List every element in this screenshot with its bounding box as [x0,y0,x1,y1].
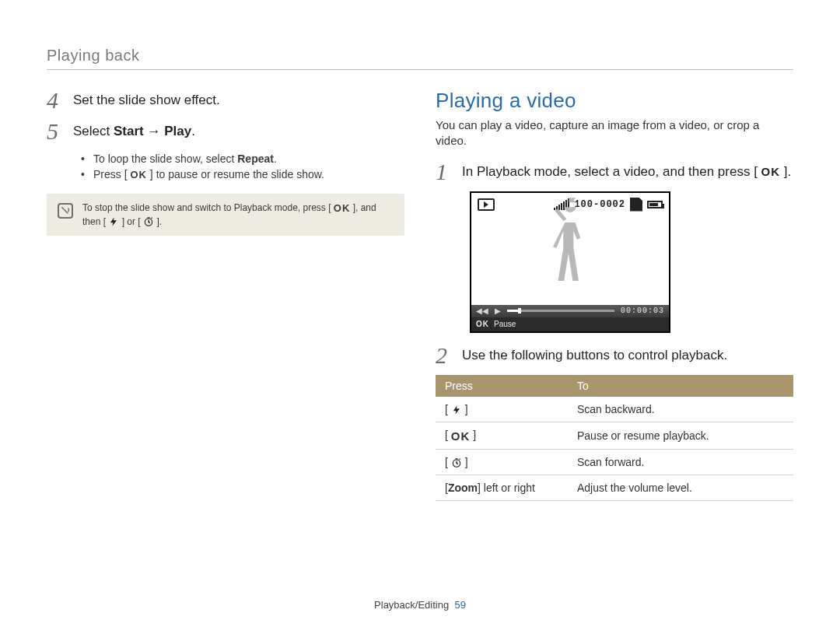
video-bottom-bar: OK Pause [471,317,669,331]
note-icon [58,203,73,219]
flash-icon [451,403,462,415]
controls-table: Press To [ ] Scan backward. [ OK ] Pause… [436,375,793,501]
bullet-loop: To loop the slide show, select Repeat. [81,151,404,166]
cell-to: Scan backward. [568,397,793,422]
step-5-bullets: To loop the slide show, select Repeat. P… [81,151,404,183]
bullet-pause: Press [ OK ] to pause or resume the slid… [81,166,404,183]
video-progress-bar: ◀◀ ▶ 00:00:03 [471,305,669,317]
note-or: ] or [ [119,216,143,227]
bullet-suffix: ] to pause or resume the slide show. [147,168,324,180]
table-row: [ ] Scan forward. [436,449,793,475]
ok-icon: OK [761,164,781,180]
table-row: [ OK ] Pause or resume playback. [436,422,793,449]
note-box: To stop the slide show and switch to Pla… [47,194,404,236]
ok-icon: OK [451,429,471,443]
step-text: Select Start → Play. [73,120,195,143]
step-text: Set the slide show effect. [73,89,220,112]
page-footer: Playback/Editing 59 [0,599,840,611]
cell-press: [ ] [436,449,568,475]
col-to: To [568,375,793,397]
note-text: To stop the slide show and switch to Pla… [82,201,394,228]
right-column: Playing a video You can play a video, ca… [436,89,793,501]
step-number: 1 [436,160,453,184]
cell-press-suffix: ] left or right [478,482,535,494]
bullet-prefix: To loop the slide show, select [93,152,237,165]
text-bold: Start → Play [114,124,191,138]
step-1: 1 In Playback mode, select a video, and … [436,160,793,184]
cell-press: [Zoom] left or right [436,475,568,500]
note-prefix: To stop the slide show and switch to Pla… [82,202,334,213]
left-column: 4 Set the slide show effect. 5 Select St… [47,89,404,501]
table-header-row: Press To [436,375,793,397]
bullet-suffix: . [274,152,277,165]
section-intro: You can play a video, capture an image f… [436,117,793,149]
step-prefix: In Playback mode, select a video, and th… [462,164,761,179]
elapsed-time: 00:00:03 [621,306,664,315]
step-2: 2 Use the following buttons to control p… [436,344,793,367]
table-row: [ ] Scan backward. [436,397,793,422]
content-columns: 4 Set the slide show effect. 5 Select St… [47,89,793,501]
timer-icon [451,456,462,468]
playback-mode-icon [478,198,495,211]
timer-icon [143,216,154,227]
step-text: In Playback mode, select a video, and th… [462,160,791,184]
step-5: 5 Select Start → Play. [47,120,404,143]
cell-to: Pause or resume playback. [568,422,793,449]
ok-icon: OK [476,320,489,328]
rewind-icon: ◀◀ [476,306,488,315]
battery-icon [647,201,663,208]
section-title: Playing a video [436,89,793,113]
step-suffix: ]. [780,164,791,179]
memory-card-icon [630,198,642,212]
footer-page: 59 [454,599,465,611]
text-suffix: . [191,124,195,138]
bullet-prefix: Press [ [93,168,130,180]
progress-track [507,310,614,312]
text-prefix: Select [73,124,114,138]
step-4: 4 Set the slide show effect. [47,89,404,112]
step-number: 4 [47,89,64,112]
bullet-bold: Repeat [237,152,274,165]
video-screenshot: 100-0002 ◀◀ ▶ 00:00:03 OK Pause [470,191,670,333]
step-number: 2 [436,344,453,367]
ok-icon: OK [130,168,147,183]
col-press: Press [436,375,568,397]
pause-label: Pause [494,320,516,328]
cell-to: Adjust the volume level. [568,475,793,500]
step-number: 5 [47,120,64,143]
footer-section: Playback/Editing [374,599,449,611]
cell-press-bold: Zoom [448,482,478,494]
breadcrumb: Playing back [47,47,793,65]
cell-to: Scan forward. [568,449,793,475]
flash-icon [108,216,119,227]
step-text: Use the following buttons to control pla… [462,344,727,367]
note-end: ]. [154,216,162,227]
cell-press: [ ] [436,397,568,422]
ok-icon: OK [334,201,351,215]
header-divider [47,69,793,70]
cell-press: [ OK ] [436,422,568,449]
play-icon: ▶ [495,306,501,315]
table-row: [Zoom] left or right Adjust the volume l… [436,475,793,500]
person-silhouette [543,208,597,296]
